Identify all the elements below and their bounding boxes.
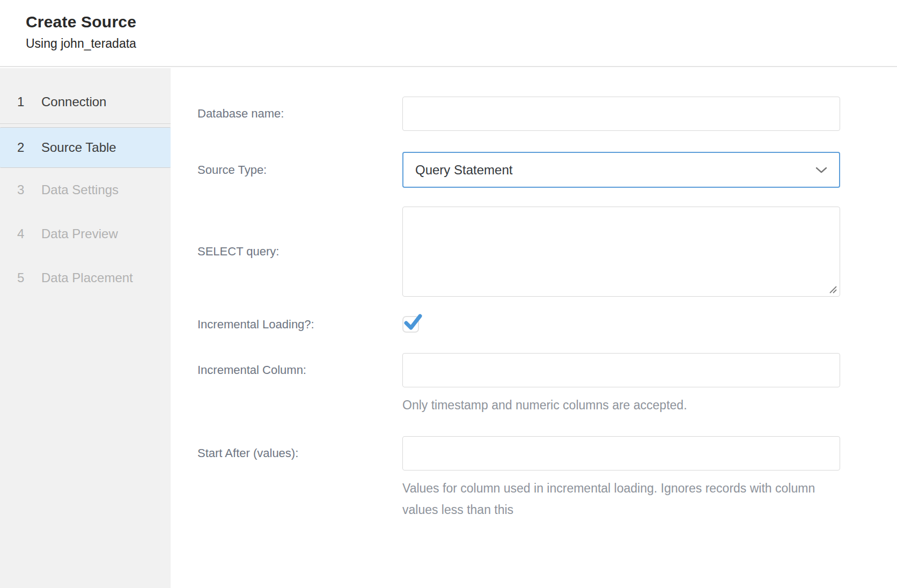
page-header: Create Source Using john_teradata bbox=[0, 0, 897, 67]
incremental-column-help: Only timestamp and numeric columns are a… bbox=[402, 394, 821, 416]
page-subtitle: Using john_teradata bbox=[26, 31, 897, 51]
database-name-label: Database name: bbox=[197, 97, 402, 131]
source-type-select[interactable]: Query Statement bbox=[402, 152, 840, 188]
source-type-row: Source Type: Query Statement bbox=[197, 152, 897, 188]
step-data-placement: 5 Data Placement bbox=[0, 256, 171, 300]
step-data-settings: 3 Data Settings bbox=[0, 168, 171, 212]
start-after-input[interactable] bbox=[402, 436, 840, 471]
incremental-column-input[interactable] bbox=[402, 353, 840, 387]
incremental-loading-checkbox[interactable] bbox=[402, 316, 419, 333]
resize-handle-icon[interactable] bbox=[828, 284, 837, 294]
step-number: 2 bbox=[17, 140, 32, 155]
incremental-column-label: Incremental Column: bbox=[197, 353, 402, 387]
start-after-label: Start After (values): bbox=[197, 436, 402, 471]
step-label: Connection bbox=[41, 94, 106, 109]
source-type-selected-value: Query Statement bbox=[415, 163, 512, 178]
step-label: Data Preview bbox=[41, 226, 118, 241]
select-query-label: SELECT query: bbox=[197, 207, 402, 297]
incremental-loading-label: Incremental Loading?: bbox=[197, 316, 402, 333]
incremental-loading-row: Incremental Loading?: bbox=[197, 316, 897, 333]
select-query-row: SELECT query: bbox=[197, 207, 897, 297]
step-number: 4 bbox=[17, 226, 32, 241]
chevron-down-icon bbox=[815, 166, 827, 174]
step-data-preview: 4 Data Preview bbox=[0, 212, 171, 256]
step-number: 1 bbox=[17, 94, 32, 109]
database-name-row: Database name: bbox=[197, 97, 897, 131]
page-title: Create Source bbox=[26, 0, 897, 31]
source-type-label: Source Type: bbox=[197, 152, 402, 188]
checkmark-icon bbox=[404, 313, 422, 332]
step-source-table[interactable]: 2 Source Table bbox=[0, 127, 171, 168]
database-name-input[interactable] bbox=[402, 97, 840, 131]
start-after-row: Start After (values): Values for column … bbox=[197, 436, 897, 520]
step-label: Source Table bbox=[41, 140, 116, 155]
select-query-textarea[interactable] bbox=[402, 207, 840, 297]
source-table-form: Database name: Source Type: Query Statem… bbox=[171, 68, 897, 588]
wizard-steps-nav: 1 Connection 2 Source Table 3 Data Setti… bbox=[0, 68, 171, 300]
wizard-sidebar: 1 Connection 2 Source Table 3 Data Setti… bbox=[0, 68, 171, 588]
step-number: 3 bbox=[17, 182, 32, 197]
step-label: Data Placement bbox=[41, 270, 133, 285]
step-connection[interactable]: 1 Connection bbox=[0, 80, 171, 124]
step-label: Data Settings bbox=[41, 182, 119, 197]
incremental-column-row: Incremental Column: Only timestamp and n… bbox=[197, 353, 897, 416]
step-number: 5 bbox=[17, 270, 32, 285]
start-after-help: Values for column used in incremental lo… bbox=[402, 477, 821, 520]
